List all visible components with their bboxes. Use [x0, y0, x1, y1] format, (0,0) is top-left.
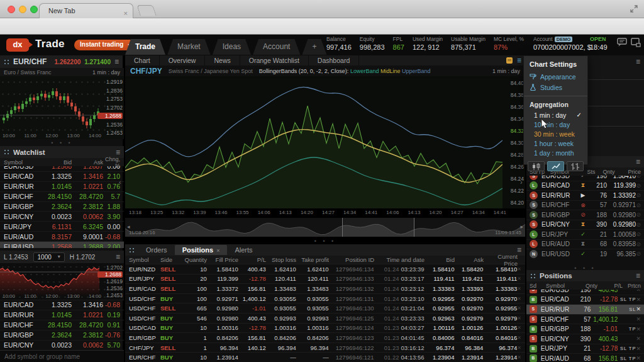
candlestick-chart[interactable]: 1.2919 1.2836 1.2753 1.2702 1.2688 1.253…: [0, 76, 124, 139]
mini-watchlist-row[interactable]: EUR/GBP 2.3624 2.3812 -0.76: [0, 330, 124, 340]
minimize-window-button[interactable]: [19, 6, 26, 13]
position-row[interactable]: EUR/CAD SELL 100 1.33372 156.81 1.33483 …: [125, 283, 525, 293]
close-position-icon[interactable]: ✕: [636, 326, 641, 332]
positions-header[interactable]: Positions ≡: [526, 270, 644, 281]
bottom-tab[interactable]: Orders×: [138, 245, 175, 255]
aggregation-option[interactable]: 1 hour : week ✓: [524, 139, 587, 148]
cell-ask[interactable]: 1.0221: [72, 183, 103, 190]
quantity-select[interactable]: 1000 ▾: [33, 252, 65, 262]
quote-ask[interactable]: 1.271400: [84, 59, 111, 65]
close-position-icon[interactable]: ✕: [517, 335, 521, 341]
cell-ask[interactable]: 1.2688: [72, 243, 103, 248]
quote-aggregation[interactable]: 1 min : day: [92, 69, 120, 76]
watchlist-row[interactable]: EUR/CNY 0.0023 0.0062 3.90: [0, 211, 124, 221]
main-tab[interactable]: +: [302, 39, 326, 55]
sub-tab[interactable]: Overview: [160, 55, 206, 65]
cancel-order-icon[interactable]: ⊘: [636, 241, 641, 247]
orders-menu-icon[interactable]: ≡: [636, 157, 640, 166]
rightpanel-collapse-chevron[interactable]: ›: [520, 178, 523, 186]
order-row[interactable]: L EUR/AUD ⧗ 68 0.83958 ⊘: [526, 239, 644, 249]
close-position-icon[interactable]: ✕: [636, 290, 641, 293]
main-tab[interactable]: Market: [167, 39, 211, 55]
cancel-order-icon[interactable]: ⊘: [636, 176, 641, 179]
sub-tab[interactable]: Orange Watchlist: [240, 55, 309, 65]
watchlist-row[interactable]: EUR/AUD 8.3157 9.0001 -0.68: [0, 231, 124, 241]
chart-study[interactable]: BollingerBands (20, 0, -2, 2, Close): Lo…: [259, 68, 431, 74]
close-position-icon[interactable]: ✕: [636, 346, 641, 352]
cell-ask[interactable]: 6.3245: [72, 223, 103, 230]
cell-ask[interactable]: 0.0062: [72, 213, 103, 220]
add-symbol-input[interactable]: [0, 350, 124, 362]
cell-stop-loss[interactable]: 0.93055: [266, 295, 296, 302]
position-row[interactable]: EUR/JPY SELL 20 119.399 -12.78 120.411 1…: [125, 274, 525, 284]
cell-stop-loss[interactable]: 96.394: [266, 344, 296, 351]
positions-menu-icon[interactable]: ≡: [636, 271, 640, 280]
cell-ask[interactable]: 1.3416: [72, 301, 103, 308]
chart-pager-dots[interactable]: • • •: [125, 238, 525, 244]
cell-stop-loss[interactable]: 1.62410: [266, 266, 296, 273]
order-row[interactable]: L EUR/CAD ⧗ 210 119.399 ⊘: [526, 181, 644, 191]
watchlist-row[interactable]: EUR/CHF 28.4150 28.4720 5.7: [0, 191, 124, 201]
cell-take-profit[interactable]: 0.93055: [296, 295, 329, 302]
cell-stop-loss[interactable]: 1.33483: [266, 285, 296, 292]
position-row[interactable]: S EUR/CHF 57 1,400.12 ✕: [526, 314, 644, 324]
aggregation-option[interactable]: 1 min : day ✓: [524, 110, 587, 120]
cell-take-profit[interactable]: 0.84206: [296, 334, 329, 341]
cell-take-profit[interactable]: —: [296, 354, 329, 361]
cell-bid[interactable]: 0.0023: [39, 213, 72, 220]
position-row[interactable]: USD/CAD BUY 10 1.00316 -12.78 1.00316 1.…: [125, 323, 525, 333]
close-position-icon[interactable]: ✕: [517, 276, 521, 281]
order-row[interactable]: N EUR/USD ✓ 19 96.385 ⊘: [526, 249, 644, 259]
cell-bid[interactable]: 0.0023: [39, 341, 72, 349]
chart-settings-menu-icon[interactable]: ≡: [517, 57, 521, 64]
mini-watchlist-row[interactable]: EUR/RUR 1.0145 1.0221 0.19: [0, 310, 124, 320]
chat-icon[interactable]: [617, 38, 628, 47]
cell-take-profit[interactable]: 1.00316: [296, 324, 329, 331]
cell-take-profit[interactable]: 0.92993: [296, 315, 329, 322]
position-row[interactable]: S EUR/RUR 76 156.81 SL ✕: [526, 304, 644, 314]
close-position-icon[interactable]: ✕: [517, 266, 521, 272]
bottom-tab[interactable]: Positions×: [175, 245, 228, 255]
cell-stop-loss[interactable]: 0.93055: [266, 305, 296, 312]
close-position-icon[interactable]: ✕: [636, 306, 641, 312]
position-row[interactable]: USD/CHF BUY 100 0.92971 1,400.12 0.93055…: [125, 293, 525, 303]
bottom-tab[interactable]: Alerts×: [227, 245, 260, 255]
position-row[interactable]: B EUR/JPY 21 -12.78 SL TP ✕: [526, 344, 644, 354]
position-row[interactable]: S EUR/CNY 390 400.43 ✕: [526, 334, 644, 344]
navigator-selection[interactable]: [342, 218, 414, 237]
quote-panel-header[interactable]: EUR/CHF 1.262200 1.271400 ≡: [0, 55, 123, 68]
cell-bid[interactable]: 1.0145: [39, 183, 72, 190]
cell-ask[interactable]: 1.0221: [72, 311, 103, 319]
sidebar-collapse-chevron[interactable]: ‹: [119, 178, 121, 186]
mini-watchlist-row[interactable]: EUR/CAD 1.3325 1.3416 -0.68: [0, 300, 124, 310]
position-row[interactable]: B EUR/GBP 188 -1.01 TP ✕: [526, 324, 644, 334]
new-tab-button[interactable]: [136, 5, 157, 16]
position-row[interactable]: S EUR/USD 190 400.43 ✕: [526, 290, 644, 295]
close-position-icon[interactable]: ✕: [636, 336, 641, 342]
watchlist-row[interactable]: EUR/GBP 2.3624 2.3812 1.88: [0, 201, 124, 212]
cell-ask[interactable]: 1.2687: [72, 166, 103, 170]
position-row[interactable]: EUR/GBP BUY 1 0.84206 156.81 0.84206 0.8…: [125, 332, 525, 342]
cell-bid[interactable]: 28.4150: [39, 193, 72, 200]
cancel-order-icon[interactable]: ⊘: [636, 192, 641, 198]
order-row[interactable]: S EUR/RUR ▶ 76 1.33392 ⊘: [526, 190, 644, 200]
chart-navigator[interactable]: ◂ ▸ 11/08 20:16 11/09 13:45: [125, 218, 525, 237]
cell-take-profit[interactable]: 120.411: [296, 275, 329, 282]
quote-menu-icon[interactable]: ≡: [114, 57, 119, 66]
browser-tab[interactable]: New Tab ×: [39, 3, 133, 18]
order-row[interactable]: S EUR/USD ✓ 190 1.58410 ⊘: [526, 176, 644, 181]
cell-bid[interactable]: 1.3325: [39, 301, 72, 308]
aggregation-option[interactable]: 1 day : month ✓: [524, 148, 587, 157]
close-position-icon[interactable]: ✕: [517, 315, 521, 321]
cell-bid[interactable]: 2.3624: [39, 203, 72, 210]
watchlist-row[interactable]: EUR/USD 1.2568 1.2687 0.00: [0, 166, 124, 171]
menu-item-appearance[interactable]: Appearance: [524, 71, 587, 82]
cell-bid[interactable]: 1.0145: [39, 311, 72, 319]
order-row[interactable]: L EUR/JPY ✓ 21 1.00058 ⊘: [526, 229, 644, 239]
sub-tab[interactable]: Dashboard: [309, 55, 359, 65]
cell-ask[interactable]: 2.3812: [72, 203, 103, 210]
cell-take-profit[interactable]: 96.394: [296, 344, 329, 351]
aggregation-option[interactable]: 30 min : week ✓: [524, 129, 587, 139]
detach-window-icon[interactable]: [631, 38, 641, 47]
sub-tab[interactable]: Chart: [125, 55, 160, 65]
